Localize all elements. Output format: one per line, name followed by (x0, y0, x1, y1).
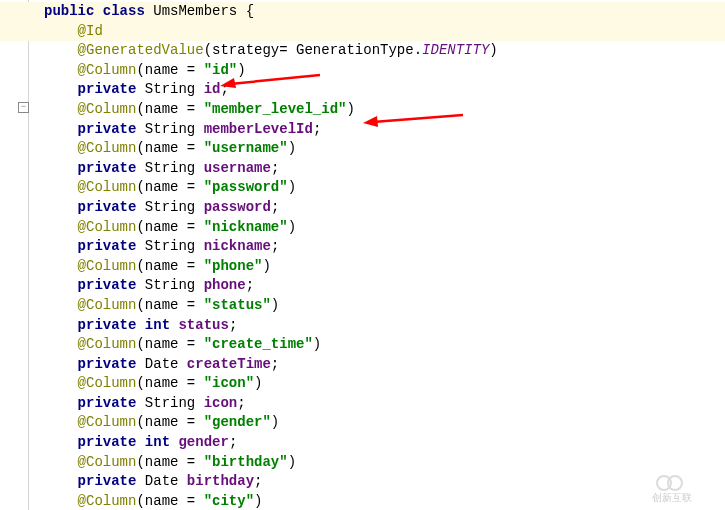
annotation-column: @Column(name = "nickname") (0, 218, 725, 238)
column-ann: @Column (78, 414, 137, 430)
keyword-private: private (78, 356, 137, 372)
field-name: createTime (187, 356, 271, 372)
field-type: Date (145, 356, 179, 372)
field-type: String (145, 395, 195, 411)
column-name-literal: "gender" (204, 414, 271, 430)
column-ann: @Column (78, 375, 137, 391)
field-type: Date (145, 473, 179, 489)
column-ann: @Column (78, 258, 137, 274)
column-name-literal: "city" (204, 493, 254, 509)
class-declaration: public class UmsMembers { (0, 2, 725, 22)
column-ann: @Column (78, 454, 137, 470)
field-type: int (145, 317, 170, 333)
field-declaration: private String memberLevelId; (0, 120, 725, 140)
field-declaration: private String icon; (0, 394, 725, 414)
field-declaration: private String phone; (0, 276, 725, 296)
column-ann: @Column (78, 62, 137, 78)
column-name-literal: "create_time" (204, 336, 313, 352)
class-name: UmsMembers (153, 3, 237, 19)
annotation-column: @Column(name = "phone") (0, 257, 725, 277)
annotation-column: @Column(name = "birthday") (0, 453, 725, 473)
field-name: password (204, 199, 271, 215)
keyword-private: private (78, 473, 137, 489)
column-ann: @Column (78, 336, 137, 352)
field-type: String (145, 160, 195, 176)
field-declaration: private String password; (0, 198, 725, 218)
field-type: String (145, 81, 195, 97)
field-declaration: private String nickname; (0, 237, 725, 257)
keyword-private: private (78, 121, 137, 137)
keyword-private: private (78, 434, 137, 450)
column-ann: @Column (78, 219, 137, 235)
column-ann: @Column (78, 493, 137, 509)
watermark-text: 创新互联 (652, 493, 692, 504)
field-name: id (204, 81, 221, 97)
field-declaration: private String id; (0, 80, 725, 100)
column-ann: @Column (78, 179, 137, 195)
field-declaration: private int status; (0, 316, 725, 336)
field-type: String (145, 199, 195, 215)
keyword-private: private (78, 238, 137, 254)
watermark: 创新互联 (627, 474, 717, 504)
column-name-literal: "nickname" (204, 219, 288, 235)
column-ann: @Column (78, 101, 137, 117)
annotation-column: @Column(name = "username") (0, 139, 725, 159)
field-name: nickname (204, 238, 271, 254)
column-ann: @Column (78, 140, 137, 156)
column-name-literal: "status" (204, 297, 271, 313)
keyword-private: private (78, 160, 137, 176)
field-declaration: private int gender; (0, 433, 725, 453)
keyword-private: private (78, 395, 137, 411)
field-type: String (145, 277, 195, 293)
column-name-literal: "icon" (204, 375, 254, 391)
annotation-column: @Column(name = "gender") (0, 413, 725, 433)
column-ann: @Column (78, 297, 137, 313)
field-name: memberLevelId (204, 121, 313, 137)
keyword-public-class: public class (44, 3, 145, 19)
field-name: icon (204, 395, 238, 411)
annotation-column: @Column(name = "password") (0, 178, 725, 198)
annotation-column: @Column(name = "id") (0, 61, 725, 81)
annotation-column: @Column(name = "city") (0, 492, 725, 510)
annotation-generated-value: @GeneratedValue(strategy= GenerationType… (0, 41, 725, 61)
annotation-id: @Id (0, 22, 725, 42)
annotation-column: @Column(name = "icon") (0, 374, 725, 394)
field-type: String (145, 121, 195, 137)
keyword-private: private (78, 317, 137, 333)
field-name: birthday (187, 473, 254, 489)
field-name: gender (178, 434, 228, 450)
field-name: username (204, 160, 271, 176)
field-type: String (145, 238, 195, 254)
column-name-literal: "password" (204, 179, 288, 195)
keyword-private: private (78, 81, 137, 97)
column-name-literal: "id" (204, 62, 238, 78)
code-area: public class UmsMembers { @Id @Generated… (0, 0, 725, 510)
annotation-column: @Column(name = "status") (0, 296, 725, 316)
field-declaration: private String username; (0, 159, 725, 179)
field-declaration: private Date birthday; (0, 472, 725, 492)
column-name-literal: "phone" (204, 258, 263, 274)
keyword-private: private (78, 199, 137, 215)
field-name: status (178, 317, 228, 333)
annotation-column: @Column(name = "create_time") (0, 335, 725, 355)
keyword-private: private (78, 277, 137, 293)
field-name: phone (204, 277, 246, 293)
annotation-column: @Column(name = "member_level_id") (0, 100, 725, 120)
field-type: int (145, 434, 170, 450)
column-name-literal: "member_level_id" (204, 101, 347, 117)
column-name-literal: "username" (204, 140, 288, 156)
field-declaration: private Date createTime; (0, 355, 725, 375)
column-name-literal: "birthday" (204, 454, 288, 470)
